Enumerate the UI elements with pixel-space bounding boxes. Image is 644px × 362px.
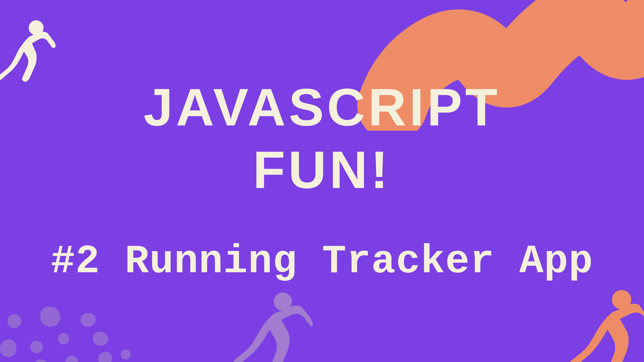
main-title-line1: JAVASCRIPT [143,73,500,142]
runner-icon [0,18,58,85]
runner-icon [564,289,644,362]
main-title-line2: FUN! [253,140,391,200]
subtitle: #2 Running Tracker App [51,239,593,284]
promo-banner: JAVASCRIPT FUN! #2 Running Tracker App [0,0,644,362]
runner-icon [231,292,314,362]
